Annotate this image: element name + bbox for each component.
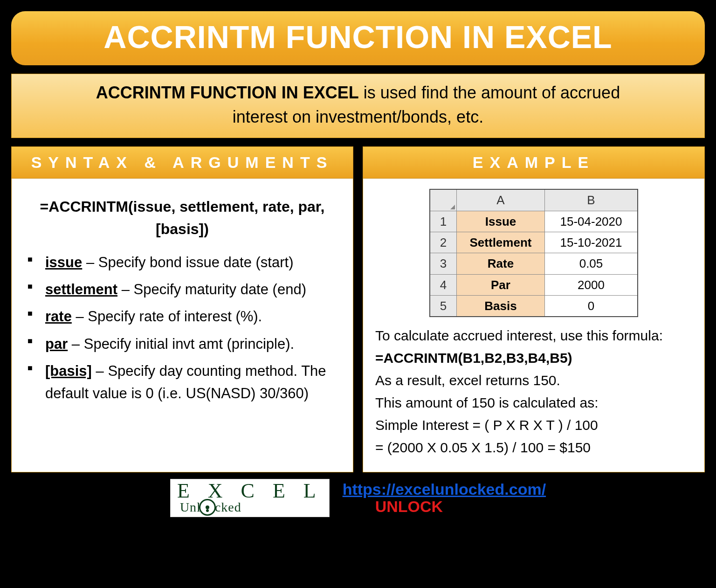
arg-desc: – Specify rate of interest (%). [72,308,262,325]
syntax-body: =ACCRINTM(issue, settlement, rate, par, … [11,179,353,472]
corner-cell [430,189,457,211]
cell-label: Issue [457,211,545,232]
cell-value: 15-04-2020 [545,211,638,232]
intro-strong: ACCRINTM FUNCTION IN EXCEL [96,83,359,102]
logo-bot-pre: Unl [180,501,201,514]
cell-value: 0 [545,295,638,317]
infographic-frame: ACCRINTM FUNCTION IN EXCEL ACCRINTM FUNC… [0,0,716,588]
example-p5: = (2000 X 0.05 X 1.5) / 100 = $150 [375,436,692,459]
arg-desc: – Specify initial invt amt (principle). [68,336,294,352]
table-row: 2 Settlement 15-10-2021 [430,232,638,253]
cell-value: 15-10-2021 [545,232,638,253]
table-row: 3 Rate 0.05 [430,253,638,274]
formula-line1: =ACCRINTM(issue, settlement, rate, par, [40,198,325,215]
syntax-column: SYNTAX & ARGUMENTS =ACCRINTM(issue, sett… [11,146,353,472]
cell-value: 2000 [545,274,638,295]
logo-top-post: E L [273,481,323,501]
table-row: 4 Par 2000 [430,274,638,295]
logo-top: E X C E L [177,481,323,501]
arg-issue: issue – Specify bond issue date (start) [28,251,341,274]
formula-line2: [basis]) [156,221,209,237]
logo: E X C E L Unlcked [170,479,330,517]
example-p1: To calculate accrued interest, use this … [375,325,692,347]
example-header: EXAMPLE [363,146,705,179]
keyhole-icon [199,499,216,516]
footer-link[interactable]: https://excelunlocked.com/ [343,480,546,498]
intro-box: ACCRINTM FUNCTION IN EXCEL is used find … [11,74,705,138]
cell-label: Basis [457,295,545,317]
cell-label: Rate [457,253,545,274]
example-p3: This amount of 150 is calculated as: [375,392,692,414]
arg-name: settlement [45,281,117,297]
logo-bot-post: cked [215,501,241,514]
example-formula: =ACCRINTM(B1,B2,B3,B4,B5) [375,347,692,369]
table-row: 1 Issue 15-04-2020 [430,211,638,232]
logo-top-pre: E X C [177,481,261,501]
columns: SYNTAX & ARGUMENTS =ACCRINTM(issue, sett… [11,146,705,472]
cell-label: Settlement [457,232,545,253]
syntax-formula: =ACCRINTM(issue, settlement, rate, par, … [24,195,341,240]
example-p4: Simple Interest = ( P X R X T ) / 100 [375,414,692,436]
arguments-list: issue – Specify bond issue date (start) … [24,251,341,404]
example-body: A B 1 Issue 15-04-2020 2 Settlement 15-1… [363,179,705,472]
arg-desc: – Specify maturity date (end) [117,281,306,297]
example-text: To calculate accrued interest, use this … [375,325,692,459]
col-b-header: B [545,189,638,211]
page-title: ACCRINTM FUNCTION IN EXCEL [11,11,705,65]
arg-basis: [basis] – Specify day counting method. T… [28,360,341,405]
arg-name: [basis] [45,363,92,379]
row-num: 3 [430,253,457,274]
footer-right: https://excelunlocked.com/ UNLOCK [343,480,546,516]
cell-label: Par [457,274,545,295]
intro-line2: interest on investment/bonds, etc. [233,107,483,126]
intro-rest1: is used find the amount of accrued [359,83,620,102]
row-num: 4 [430,274,457,295]
row-num: 2 [430,232,457,253]
row-num: 5 [430,295,457,317]
table-header-row: A B [430,189,638,211]
logo-bottom: Unlcked [180,499,241,516]
arg-par: par – Specify initial invt amt (principl… [28,333,341,355]
row-num: 1 [430,211,457,232]
example-p2: As a result, excel returns 150. [375,369,692,392]
arg-settlement: settlement – Specify maturity date (end) [28,278,341,301]
col-a-header: A [457,189,545,211]
footer: E X C E L Unlcked https://excelunlocked.… [8,479,708,517]
arg-name: rate [45,308,72,325]
arg-desc: – Specify bond issue date (start) [82,254,293,270]
arg-name: issue [45,254,82,270]
arg-rate: rate – Specify rate of interest (%). [28,305,341,328]
syntax-header: SYNTAX & ARGUMENTS [11,146,353,179]
example-column: EXAMPLE A B 1 Issue 15-04-2020 2 [363,146,705,472]
excel-table: A B 1 Issue 15-04-2020 2 Settlement 15-1… [429,189,638,317]
cell-value: 0.05 [545,253,638,274]
footer-unlock: UNLOCK [375,498,546,516]
table-row: 5 Basis 0 [430,295,638,317]
arg-name: par [45,336,68,352]
